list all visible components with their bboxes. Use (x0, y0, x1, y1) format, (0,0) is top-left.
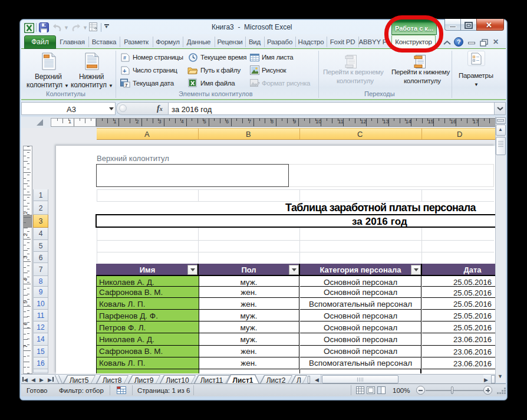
svg-text:7: 7 (125, 83, 128, 88)
svg-text:+: + (123, 67, 126, 74)
svg-text:#: # (123, 55, 126, 61)
